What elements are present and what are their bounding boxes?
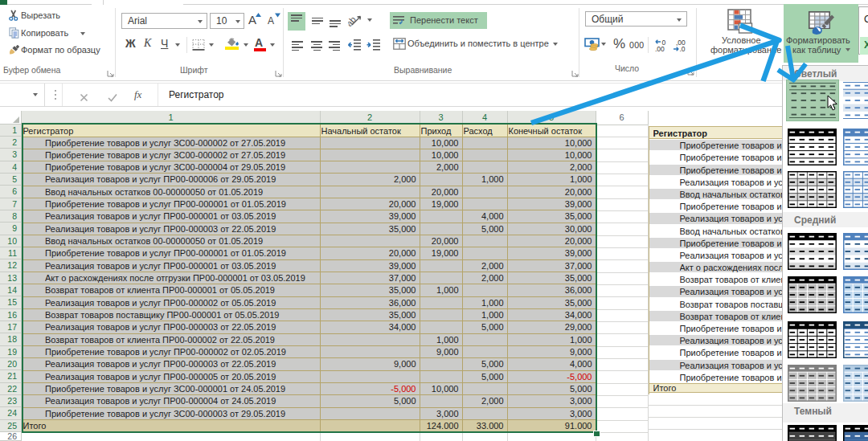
row-header-14[interactable]: 14 (0, 284, 21, 296)
borders-caret-icon[interactable] (209, 43, 214, 47)
table-style-thumbnail-light-blue-banded[interactable] (843, 82, 868, 119)
align-left-button[interactable] (289, 39, 306, 57)
row-header-11[interactable]: 11 (0, 247, 21, 259)
number-format-combo[interactable]: Общий (585, 11, 687, 27)
conditional-formatting-icon[interactable] (727, 9, 753, 37)
merge-center-caret-icon[interactable] (553, 43, 558, 46)
table-style-thumbnail-medium-gray-cells[interactable] (788, 276, 837, 313)
underline-button[interactable]: Ч (161, 37, 168, 50)
row-header-12[interactable]: 12 (0, 259, 21, 272)
column-header-5[interactable]: 5 (507, 112, 596, 122)
copy-icon[interactable] (9, 27, 19, 42)
italic-button[interactable]: К (144, 37, 151, 50)
font-dialog-launcher-icon[interactable] (275, 67, 283, 75)
increase-indent-button[interactable] (366, 39, 382, 55)
name-box-caret-icon[interactable] (33, 93, 38, 96)
row-header-18[interactable]: 18 (0, 333, 21, 345)
row-header-10[interactable]: 10 (0, 235, 21, 247)
cut-icon[interactable] (8, 10, 19, 24)
row-header-26[interactable]: 26 (0, 432, 21, 441)
bold-button[interactable]: Ж (125, 37, 136, 50)
cell-style-normal[interactable]: Обычный (864, 14, 868, 25)
conditional-formatting-button-line1[interactable]: Условное (722, 35, 761, 45)
row-header-21[interactable]: 21 (0, 370, 21, 382)
alignment-dialog-launcher-icon[interactable] (571, 67, 579, 75)
row-header-1[interactable]: 1 (0, 125, 21, 137)
table-style-thumbnail-medium-gray-solid[interactable] (788, 365, 837, 402)
fill-color-icon[interactable] (225, 36, 241, 51)
orientation-button[interactable]: ab (348, 11, 369, 28)
table-style-thumbnail-medium-blue-banded[interactable] (843, 233, 868, 270)
row-header-3[interactable]: 3 (0, 149, 21, 161)
insert-function-button[interactable]: fx (134, 88, 141, 101)
name-box[interactable] (0, 84, 45, 106)
row-header-23[interactable]: 23 (0, 395, 21, 407)
row-header-4[interactable]: 4 (0, 161, 21, 174)
fill-handle[interactable] (593, 431, 600, 438)
row-header-17[interactable]: 17 (0, 321, 21, 333)
font-size-combo[interactable]: 10 (210, 13, 244, 29)
column-header-4[interactable]: 4 (462, 112, 507, 122)
row-header-22[interactable]: 22 (0, 383, 21, 395)
increase-font-button[interactable]: А (248, 13, 256, 27)
formula-input[interactable]: Регистратор (169, 89, 224, 100)
font-family-caret-icon[interactable] (198, 20, 203, 23)
column-header-3[interactable]: 3 (420, 112, 462, 122)
fill-color-caret-icon[interactable] (244, 43, 248, 47)
row-header-13[interactable]: 13 (0, 272, 21, 284)
row-header-20[interactable]: 20 (0, 358, 21, 370)
table-style-thumbnail-medium-navy-header[interactable] (843, 321, 868, 358)
decrease-decimal-icon[interactable]: ,00 ,0 (673, 39, 687, 55)
align-center-button[interactable] (308, 39, 326, 57)
formula-bar-divider-dots[interactable] (55, 90, 56, 101)
increase-decimal-icon[interactable]: 0,00 (654, 39, 669, 55)
underline-caret-icon[interactable] (175, 43, 180, 47)
font-color-button[interactable]: А (255, 36, 263, 49)
currency-icon[interactable] (584, 38, 604, 55)
number-dialog-launcher-icon[interactable] (687, 65, 695, 73)
table-style-thumbnail-light-gray-grid[interactable] (788, 171, 837, 208)
row-header-15[interactable]: 15 (0, 296, 21, 308)
row-header-25[interactable]: 25 (0, 420, 21, 432)
decrease-font-button[interactable]: А (268, 15, 274, 27)
row-header-7[interactable]: 7 (0, 198, 21, 210)
table-style-thumbnail-dark-navy[interactable] (843, 425, 868, 441)
enter-icon[interactable] (108, 91, 117, 105)
font-size-caret-icon[interactable] (235, 20, 240, 23)
decrease-indent-button[interactable] (346, 39, 362, 55)
column-header-1[interactable]: 1 (22, 112, 320, 122)
column-header-2[interactable]: 2 (320, 112, 420, 122)
orientation-caret-icon[interactable] (367, 18, 372, 22)
copy-button[interactable]: Копировать (21, 28, 68, 38)
table-style-thumbnail-medium-blue-cells[interactable] (843, 276, 868, 313)
conditional-formatting-button-line2[interactable]: форматирование (710, 45, 781, 55)
font-color-caret-icon[interactable] (270, 43, 275, 47)
align-middle-button[interactable] (309, 12, 326, 31)
copy-caret-icon[interactable] (80, 32, 85, 35)
percent-style-button[interactable]: % (613, 36, 625, 52)
row-header-16[interactable]: 16 (0, 309, 21, 321)
cancel-icon[interactable] (80, 91, 88, 105)
merge-center-button[interactable]: Объединить и поместить в центре (390, 36, 563, 52)
align-top-button[interactable] (288, 12, 305, 31)
table-style-thumbnail-light-blue-grid[interactable] (843, 171, 868, 208)
cut-button[interactable]: Вырезать (21, 10, 60, 20)
conditional-formatting-caret-icon[interactable] (773, 48, 778, 51)
font-family-combo[interactable]: Arial (121, 13, 207, 29)
table-style-thumbnail-medium-black-grid[interactable] (788, 321, 837, 358)
row-header-8[interactable]: 8 (0, 210, 21, 223)
clipboard-dialog-launcher-icon[interactable] (107, 67, 115, 75)
number-format-caret-icon[interactable] (677, 18, 682, 22)
row-header-5[interactable]: 5 (0, 174, 21, 186)
row-header-19[interactable]: 19 (0, 346, 21, 358)
currency-caret-icon[interactable] (601, 43, 606, 46)
row-header-24[interactable]: 24 (0, 407, 21, 419)
comma-style-button[interactable]: 000 (629, 40, 644, 50)
table-style-thumbnail-medium-blue-solid[interactable] (843, 365, 868, 402)
cell-style-good[interactable]: Хороший (860, 37, 868, 55)
row-header-6[interactable]: 6 (0, 186, 21, 198)
row-header-2[interactable]: 2 (0, 137, 21, 149)
align-right-button[interactable] (326, 39, 343, 57)
align-bottom-button[interactable] (326, 12, 344, 31)
table-style-thumbnail-dark-black[interactable] (788, 425, 837, 441)
